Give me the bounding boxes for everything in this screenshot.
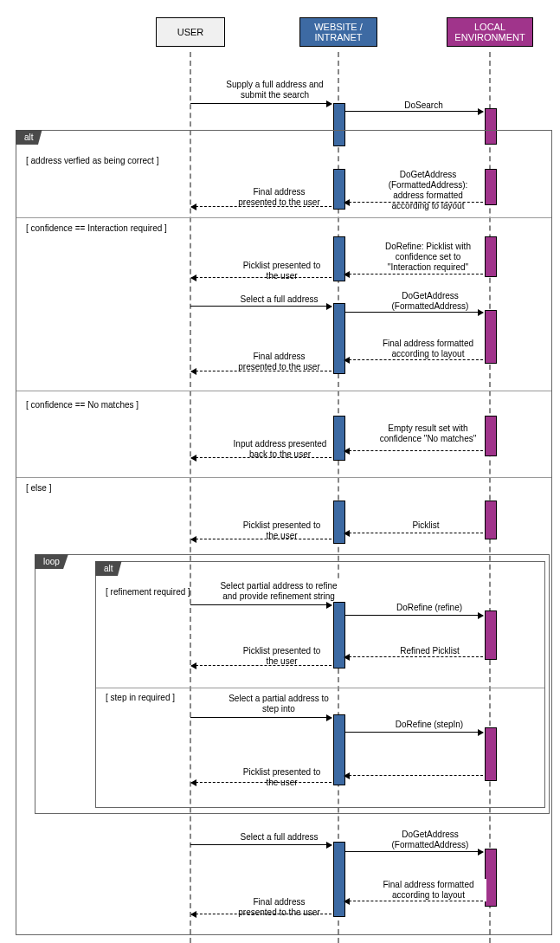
activation-local-7 (485, 610, 497, 660)
arrow-m20 (344, 732, 483, 733)
msg-dorefine-2: DoRefine (refine) (389, 602, 469, 614)
sep-3 (16, 477, 551, 478)
arrow-m21r (344, 775, 483, 776)
arrow-m3 (344, 202, 483, 203)
actor-local: LOCAL ENVIRONMENT (447, 17, 533, 47)
guard-1: [ address verfied as being correct ] (26, 156, 158, 165)
arrow-m23 (344, 851, 483, 852)
activation-local-9 (485, 849, 497, 907)
arrow-m14 (344, 533, 483, 533)
activation-local-5 (485, 416, 497, 456)
activation-web-9 (333, 842, 345, 917)
msg-picklist-1: Picklist presented to the user (239, 260, 325, 282)
msg-select-full-2: Select a full address (232, 831, 326, 843)
activation-local-4 (485, 310, 497, 364)
msg-picklist-4: Picklist presented to the user (239, 766, 325, 789)
msg-dogetaddress-1: DoGetAddress (FormattedAddress): address… (377, 169, 480, 212)
arrow-m12 (191, 457, 331, 458)
arrow-m6 (191, 277, 331, 278)
guard-5: [ refinement required ] (106, 587, 190, 597)
guard-3: [ confidence == No matches ] (26, 400, 138, 410)
msg-final-fmt-1: Final address formatted according to lay… (377, 338, 480, 360)
msg-final-fmt-2: Final address formatted according to lay… (370, 879, 486, 901)
arrow-m8 (344, 312, 483, 313)
msg-select-1: Select a full address (232, 294, 326, 306)
arrow-m21 (191, 782, 331, 783)
arrow-m15 (190, 604, 331, 605)
activation-web-6 (333, 501, 345, 544)
sep-inner (96, 688, 544, 688)
arrow-m16 (344, 615, 483, 616)
arrow-m4 (191, 206, 331, 207)
arrow-m9 (344, 359, 483, 360)
sep-2 (16, 391, 551, 391)
msg-empty: Empty result set with confidence "No mat… (377, 423, 480, 445)
arrow-m19 (190, 717, 331, 718)
arrow-m25 (191, 914, 331, 914)
guard-6: [ step in required ] (106, 693, 175, 702)
msg-dosearch: DoSearch (398, 100, 449, 112)
activation-local-8 (485, 727, 497, 781)
frame-tab-alt: alt (16, 130, 42, 145)
arrow-m17 (191, 665, 331, 666)
msg-select-partial-2: Select a partial address to step into (225, 693, 332, 715)
msg-dorefine-1: DoRefine: Picklist with confidence set t… (377, 241, 480, 274)
sep-1 (16, 217, 551, 218)
activation-local-2 (485, 169, 497, 205)
frame-tab-alt2: alt (95, 561, 122, 576)
guard-2: [ confidence == Interaction required ] (26, 223, 167, 233)
msg-dogetaddress-2: DoGetAddress (FormattedAddress) (385, 290, 475, 313)
arrow-m7 (190, 306, 331, 307)
msg-supply-address: Supply a full address and submit the sea… (219, 79, 331, 101)
arrow-m24 (344, 901, 483, 901)
msg-dorefine-3: DoRefine (stepIn) (389, 719, 469, 731)
arrow-m18 (344, 656, 483, 657)
msg-refined: Refined Picklist (391, 645, 468, 657)
arrow-m2 (344, 111, 483, 112)
arrow-m22 (190, 844, 331, 845)
arrow-m11 (344, 450, 483, 451)
arrow-m1 (190, 103, 331, 104)
arrow-m13 (191, 539, 331, 539)
msg-dogetaddress-3: DoGetAddress (FormattedAddress) (385, 829, 475, 851)
activation-local-6 (485, 501, 497, 539)
arrow-m10 (191, 371, 331, 371)
msg-picklist-2: Picklist (402, 520, 449, 532)
msg-final-3: Final address presented to the user (232, 896, 326, 919)
actor-website: WEBSITE / INTRANET (299, 17, 377, 47)
msg-select-partial-1: Select partial address to refine and pro… (216, 580, 341, 603)
actor-user: USER (156, 17, 225, 47)
sequence-diagram: USER WEBSITE / INTRANET LOCAL ENVIRONMEN… (0, 0, 560, 943)
activation-local-3 (485, 236, 497, 277)
frame-tab-loop: loop (35, 554, 68, 569)
guard-4: [ else ] (26, 483, 51, 493)
arrow-m5 (344, 274, 483, 275)
